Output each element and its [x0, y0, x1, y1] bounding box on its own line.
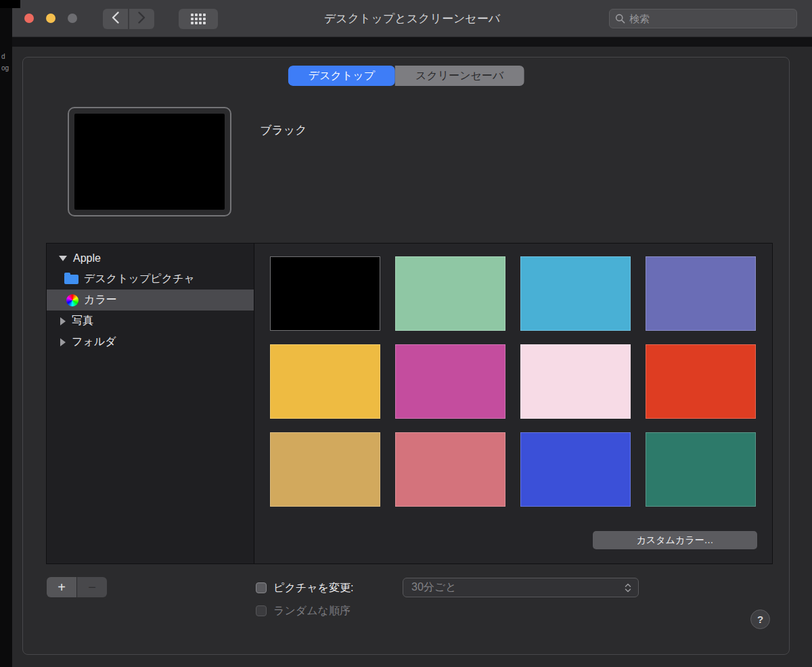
color-swatch[interactable] [395, 432, 505, 507]
toolbar: デスクトップとスクリーンセーバ [12, 0, 812, 37]
color-swatch[interactable] [646, 344, 756, 419]
random-order-checkbox[interactable] [256, 605, 267, 616]
remove-button[interactable]: − [77, 577, 107, 597]
interval-value: 30分ごと [411, 580, 625, 595]
change-picture-checkbox[interactable] [256, 582, 267, 593]
source-browser: Apple デスクトップピクチャ カラー 写真 フォルダ [46, 243, 773, 564]
color-swatch[interactable] [646, 432, 756, 507]
add-button[interactable]: + [47, 577, 76, 597]
random-order-row: ランダムな順序 [256, 602, 351, 620]
background-window-fragment: d og [0, 0, 12, 667]
source-list: Apple デスクトップピクチャ カラー 写真 フォルダ [47, 244, 254, 564]
chevron-left-icon [112, 12, 119, 24]
close-button[interactable] [24, 14, 34, 23]
sidebar-group-folders[interactable]: フォルダ [47, 331, 254, 352]
nav-buttons [103, 9, 154, 29]
disclosure-right-icon[interactable] [60, 338, 66, 346]
search-input[interactable] [629, 13, 791, 24]
color-swatch[interactable] [395, 344, 505, 419]
random-order-label: ランダムな順序 [273, 604, 351, 618]
search-icon [615, 14, 625, 24]
color-swatch[interactable] [270, 432, 380, 507]
desktop-preview-image [74, 114, 225, 210]
search-field[interactable] [609, 9, 797, 28]
tab-desktop[interactable]: デスクトップ [288, 66, 395, 86]
grid-icon [191, 14, 206, 24]
chevron-updown-icon [625, 582, 631, 593]
background-corner [0, 0, 20, 8]
back-button[interactable] [103, 9, 128, 29]
zoom-button [68, 14, 77, 23]
sidebar-item-label: デスクトップピクチャ [84, 272, 195, 286]
change-picture-row: ピクチャを変更: [256, 578, 353, 598]
sidebar-item-colors[interactable]: カラー [47, 290, 254, 310]
sidebar-group-apple[interactable]: Apple [47, 248, 254, 269]
sidebar-group-label: 写真 [72, 314, 93, 328]
show-all-button[interactable] [179, 9, 218, 29]
color-wheel-icon [66, 294, 78, 306]
color-swatch[interactable] [520, 432, 631, 507]
help-button[interactable]: ? [750, 610, 770, 629]
forward-button[interactable] [129, 9, 154, 29]
chevron-right-icon [138, 12, 145, 24]
sidebar-group-label: フォルダ [72, 335, 116, 349]
preview-label: ブラック [260, 122, 307, 138]
background-text-fragment: d [1, 53, 5, 60]
disclosure-down-icon[interactable] [59, 256, 67, 261]
add-remove-buttons: + − [47, 577, 107, 597]
tab-screensaver[interactable]: スクリーンセーバ [395, 66, 524, 86]
minimize-button[interactable] [46, 14, 55, 23]
color-swatch[interactable] [270, 256, 380, 331]
sidebar-item-label: カラー [84, 293, 117, 307]
swatch-pane: カスタムカラー… [254, 244, 772, 564]
color-swatch-grid [270, 256, 756, 507]
disclosure-right-icon[interactable] [60, 317, 66, 325]
content-panel: デスクトップ スクリーンセーバ ブラック Apple デスクトップピクチャ カラ… [22, 57, 790, 655]
custom-color-button[interactable]: カスタムカラー… [593, 531, 757, 549]
sidebar-group-label: Apple [73, 252, 101, 264]
change-picture-label: ピクチャを変更: [273, 581, 353, 595]
sidebar-group-photos[interactable]: 写真 [47, 310, 254, 331]
sidebar-item-desktop-pictures[interactable]: デスクトップピクチャ [47, 269, 254, 290]
color-swatch[interactable] [646, 256, 756, 331]
color-swatch[interactable] [520, 344, 631, 419]
interval-dropdown[interactable]: 30分ごと [403, 578, 639, 597]
toolbar-shadow [0, 37, 812, 47]
folder-icon [64, 275, 78, 284]
color-swatch[interactable] [395, 256, 505, 331]
color-swatch[interactable] [270, 344, 380, 419]
background-text-fragment: og [1, 64, 9, 72]
tab-bar: デスクトップ スクリーンセーバ [288, 66, 524, 86]
desktop-preview-thumbnail [68, 107, 231, 216]
color-swatch[interactable] [520, 256, 631, 331]
